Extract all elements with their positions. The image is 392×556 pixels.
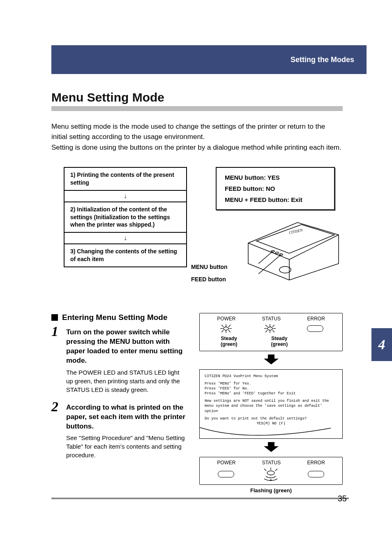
svg-marker-25 (264, 354, 279, 364)
led-caption-power-steady: Steady (green) (221, 336, 238, 348)
svg-line-5 (258, 255, 281, 274)
led-burst-icon (263, 323, 277, 334)
svg-line-28 (264, 469, 266, 471)
flow-box-3: 3) Changing the contents of the setting … (64, 243, 187, 267)
led-label-power: POWER (217, 316, 235, 322)
printout-line3: Press 'FEED' for No. (205, 386, 337, 391)
svg-marker-26 (264, 442, 279, 452)
svg-line-13 (221, 330, 224, 332)
printout-line7: YES(M) NO (F) (205, 421, 337, 426)
section-header-text: Setting the Modes (291, 56, 354, 64)
printer-illustration: CITIZEN (236, 210, 343, 284)
svg-line-22 (265, 330, 267, 332)
step-1-number: 1 (51, 324, 64, 366)
svg-line-20 (265, 325, 267, 327)
svg-point-2 (275, 252, 279, 254)
svg-line-14 (228, 325, 231, 327)
arrow-down-icon (199, 442, 343, 454)
led-off-icon (308, 471, 324, 477)
button-legend: MENU button: YES FEED button: NO MENU + … (216, 167, 335, 210)
step-2-body: See "Setting Procedure" and "Menu Settin… (66, 433, 187, 459)
svg-point-15 (224, 327, 228, 330)
chapter-tab-number: 4 (378, 337, 385, 352)
led-off-icon (218, 471, 234, 477)
flow-arrow-1: ↓ (64, 191, 187, 202)
callout-feed-label: FEED button (191, 276, 226, 283)
flow-chart: 1) Printing the contents of the present … (64, 167, 187, 267)
page-title: Menu Setting Mode (51, 90, 343, 111)
flow-box-1: 1) Printing the contents of the present … (64, 167, 187, 191)
step-1-title: Turn on the power switch while pressing … (66, 328, 187, 366)
printout-line1: CITIZEN PD24 VuePrint Menu System (205, 374, 337, 379)
svg-line-4 (258, 251, 273, 264)
led-label-error: ERROR (307, 316, 325, 322)
arrow-down-icon (199, 354, 343, 366)
svg-line-21 (272, 330, 274, 332)
step-1: 1 Turn on the power switch while pressin… (51, 324, 187, 366)
printout-sample: CITIZEN PD24 VuePrint Menu System Press … (199, 369, 343, 439)
led-caption-flashing: Flashing (green) (199, 487, 343, 493)
printout-line2: Press 'MENU' for Yes. (205, 381, 337, 386)
footer-rule (51, 498, 349, 499)
step-1-body: The POWER LED and STATUS LED light up gr… (66, 368, 187, 394)
intro-p2: Setting is done using the buttons on the… (51, 143, 343, 153)
printout-line5: New settings are NOT saved until you fin… (205, 398, 337, 413)
printout-line6: Do you want to print out the default set… (205, 416, 337, 421)
led-off-icon (307, 325, 323, 332)
led-burst-icon (219, 323, 233, 334)
subhead-text: Entering Menu Setting Mode (62, 313, 168, 322)
legend-line-1: MENU button: YES (225, 172, 326, 183)
intro-p1: Menu setting mode is the mode used to ch… (51, 122, 343, 142)
flow-arrow-2: ↓ (64, 233, 187, 243)
led-panel-bottom: POWER STATUS ERROR (199, 457, 343, 485)
led-label-status: STATUS (262, 316, 281, 322)
led-label-power: POWER (217, 460, 235, 466)
svg-line-11 (221, 325, 224, 327)
step-2-title: According to what is printed on the pape… (66, 403, 187, 431)
led-flash-icon (262, 467, 280, 481)
intro-paragraphs: Menu setting mode is the mode used to ch… (51, 122, 343, 153)
page-number: 35 (338, 494, 347, 503)
subhead-entering: Entering Menu Setting Mode (51, 313, 187, 322)
callout-menu-label: MENU button (191, 264, 228, 270)
printout-line4: Press 'MENU' and 'FEED' together for Exi… (205, 391, 337, 396)
chapter-tab: 4 (371, 328, 392, 361)
step-2: 2 According to what is printed on the pa… (51, 400, 187, 431)
svg-line-12 (228, 330, 231, 332)
legend-line-2: FEED button: NO (225, 183, 326, 194)
svg-point-30 (267, 471, 274, 475)
led-caption-status-steady: Steady (green) (271, 336, 288, 348)
led-panel-top: POWER STATUS ERROR Steady (green) Steady… (199, 313, 343, 351)
bullet-square-icon (51, 314, 58, 321)
flow-box-2: 2) Initialization of the content of the … (64, 202, 187, 233)
svg-point-24 (267, 327, 272, 330)
svg-text:CITIZEN: CITIZEN (288, 228, 303, 235)
legend-line-3: MENU + FEED button: Exit (225, 194, 326, 205)
step-2-number: 2 (51, 400, 64, 431)
led-label-status: STATUS (262, 460, 281, 466)
led-label-error: ERROR (307, 460, 325, 466)
svg-line-29 (275, 469, 277, 471)
section-header: Setting the Modes (51, 45, 367, 74)
svg-line-23 (272, 325, 274, 327)
